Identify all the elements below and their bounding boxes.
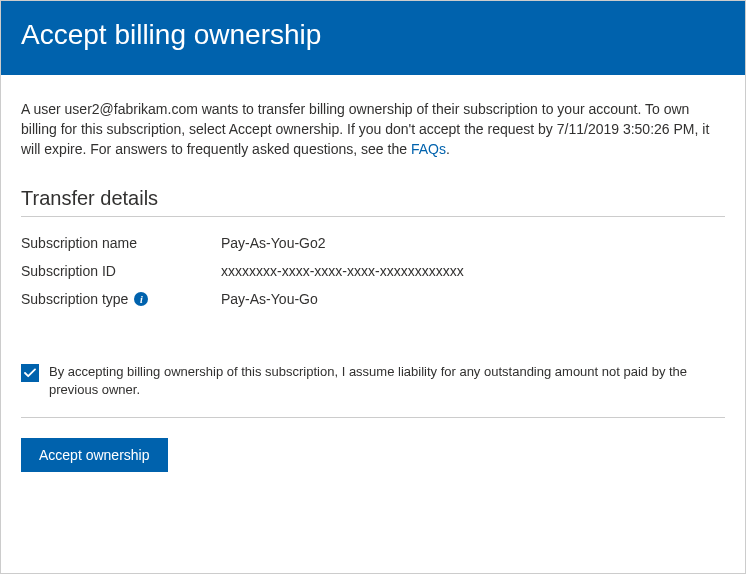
detail-label: Subscription name <box>21 235 221 251</box>
label-text: Subscription type <box>21 291 128 307</box>
detail-value: xxxxxxxx-xxxx-xxxx-xxxx-xxxxxxxxxxxx <box>221 263 725 279</box>
intro-text-before: A user user2@fabrikam.com wants to trans… <box>21 101 709 157</box>
checkmark-icon <box>24 367 36 379</box>
detail-row-subscription-type: Subscription type i Pay-As-You-Go <box>21 291 725 307</box>
label-text: Subscription ID <box>21 263 116 279</box>
content-area: A user user2@fabrikam.com wants to trans… <box>1 75 745 492</box>
header-bar: Accept billing ownership <box>1 1 745 75</box>
detail-row-subscription-name: Subscription name Pay-As-You-Go2 <box>21 235 725 251</box>
page-title: Accept billing ownership <box>21 19 725 51</box>
accept-ownership-button[interactable]: Accept ownership <box>21 438 168 472</box>
detail-row-subscription-id: Subscription ID xxxxxxxx-xxxx-xxxx-xxxx-… <box>21 263 725 279</box>
info-icon[interactable]: i <box>134 292 148 306</box>
detail-label: Subscription ID <box>21 263 221 279</box>
footer-actions: Accept ownership <box>21 438 725 472</box>
label-text: Subscription name <box>21 235 137 251</box>
intro-text-after: . <box>446 141 450 157</box>
consent-block: By accepting billing ownership of this s… <box>21 363 725 418</box>
consent-text: By accepting billing ownership of this s… <box>49 363 725 399</box>
detail-value: Pay-As-You-Go2 <box>221 235 725 251</box>
consent-checkbox[interactable] <box>21 364 39 382</box>
transfer-details-heading: Transfer details <box>21 187 725 217</box>
detail-value: Pay-As-You-Go <box>221 291 725 307</box>
detail-label: Subscription type i <box>21 291 221 307</box>
faqs-link[interactable]: FAQs <box>411 141 446 157</box>
intro-paragraph: A user user2@fabrikam.com wants to trans… <box>21 99 725 159</box>
